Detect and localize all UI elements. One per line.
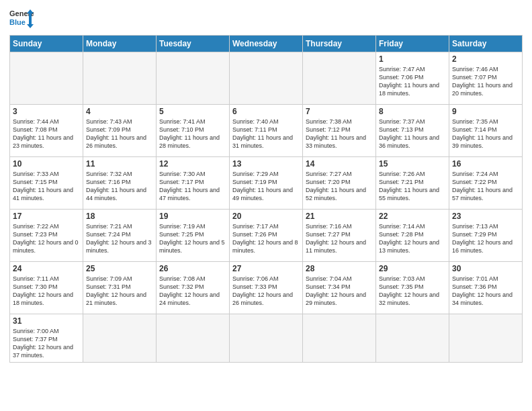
calendar-cell xyxy=(376,314,449,363)
day-number: 1 xyxy=(379,54,446,64)
day-info: Sunrise: 7:32 AM Sunset: 7:16 PM Dayligh… xyxy=(86,170,153,203)
calendar-cell: 21Sunrise: 7:16 AM Sunset: 7:27 PM Dayli… xyxy=(303,210,376,262)
calendar-cell: 9Sunrise: 7:35 AM Sunset: 7:14 PM Daylig… xyxy=(449,105,523,157)
day-number: 9 xyxy=(452,107,519,116)
day-info: Sunrise: 7:29 AM Sunset: 7:19 PM Dayligh… xyxy=(232,170,300,203)
logo-icon: General Blue xyxy=(9,7,34,31)
day-number: 28 xyxy=(306,264,373,273)
calendar-cell: 17Sunrise: 7:22 AM Sunset: 7:23 PM Dayli… xyxy=(10,210,83,262)
day-info: Sunrise: 7:01 AM Sunset: 7:36 PM Dayligh… xyxy=(452,275,519,308)
day-info: Sunrise: 7:19 AM Sunset: 7:25 PM Dayligh… xyxy=(159,222,226,255)
day-info: Sunrise: 7:30 AM Sunset: 7:17 PM Dayligh… xyxy=(159,170,226,203)
col-header-sunday: Sunday xyxy=(10,36,83,52)
day-number: 16 xyxy=(452,159,519,169)
calendar-cell xyxy=(83,52,157,105)
day-number: 15 xyxy=(379,159,446,169)
calendar-cell: 11Sunrise: 7:32 AM Sunset: 7:16 PM Dayli… xyxy=(83,157,157,210)
day-info: Sunrise: 7:09 AM Sunset: 7:31 PM Dayligh… xyxy=(86,275,153,308)
day-info: Sunrise: 7:11 AM Sunset: 7:30 PM Dayligh… xyxy=(13,275,80,308)
day-number: 17 xyxy=(13,212,80,221)
calendar-cell: 20Sunrise: 7:17 AM Sunset: 7:26 PM Dayli… xyxy=(230,210,303,262)
logo-container: General Blue xyxy=(9,7,34,31)
calendar-cell: 19Sunrise: 7:19 AM Sunset: 7:25 PM Dayli… xyxy=(157,210,230,262)
day-number: 25 xyxy=(86,264,153,273)
day-info: Sunrise: 7:21 AM Sunset: 7:24 PM Dayligh… xyxy=(86,222,153,255)
col-header-monday: Monday xyxy=(83,36,157,52)
week-row-5: 24Sunrise: 7:11 AM Sunset: 7:30 PM Dayli… xyxy=(10,262,523,314)
calendar-cell: 22Sunrise: 7:14 AM Sunset: 7:28 PM Dayli… xyxy=(376,210,449,262)
day-number: 12 xyxy=(159,159,226,169)
day-info: Sunrise: 7:24 AM Sunset: 7:22 PM Dayligh… xyxy=(452,170,519,203)
day-number: 27 xyxy=(232,264,300,273)
header: General Blue xyxy=(9,7,523,31)
calendar-cell: 13Sunrise: 7:29 AM Sunset: 7:19 PM Dayli… xyxy=(230,157,303,210)
day-number: 5 xyxy=(159,107,226,116)
day-number: 2 xyxy=(452,54,519,64)
day-info: Sunrise: 7:33 AM Sunset: 7:15 PM Dayligh… xyxy=(13,170,80,203)
day-info: Sunrise: 7:17 AM Sunset: 7:26 PM Dayligh… xyxy=(232,222,300,255)
calendar-cell: 18Sunrise: 7:21 AM Sunset: 7:24 PM Dayli… xyxy=(83,210,157,262)
day-number: 31 xyxy=(13,316,80,326)
calendar-cell: 29Sunrise: 7:03 AM Sunset: 7:35 PM Dayli… xyxy=(376,262,449,314)
calendar-cell: 3Sunrise: 7:44 AM Sunset: 7:08 PM Daylig… xyxy=(10,105,83,157)
calendar-cell: 6Sunrise: 7:40 AM Sunset: 7:11 PM Daylig… xyxy=(230,105,303,157)
day-number: 13 xyxy=(232,159,300,169)
day-info: Sunrise: 7:43 AM Sunset: 7:09 PM Dayligh… xyxy=(86,118,153,150)
day-number: 7 xyxy=(306,107,373,116)
col-header-thursday: Thursday xyxy=(303,36,376,52)
day-info: Sunrise: 7:47 AM Sunset: 7:06 PM Dayligh… xyxy=(379,65,446,98)
header-row: SundayMondayTuesdayWednesdayThursdayFrid… xyxy=(10,36,523,52)
calendar-cell: 28Sunrise: 7:04 AM Sunset: 7:34 PM Dayli… xyxy=(303,262,376,314)
calendar-cell xyxy=(157,52,230,105)
day-number: 24 xyxy=(13,264,80,273)
calendar-cell: 4Sunrise: 7:43 AM Sunset: 7:09 PM Daylig… xyxy=(83,105,157,157)
week-row-4: 17Sunrise: 7:22 AM Sunset: 7:23 PM Dayli… xyxy=(10,210,523,262)
day-number: 23 xyxy=(452,212,519,221)
svg-marker-2 xyxy=(27,9,34,28)
col-header-friday: Friday xyxy=(376,36,449,52)
week-row-2: 3Sunrise: 7:44 AM Sunset: 7:08 PM Daylig… xyxy=(10,105,523,157)
calendar-cell: 5Sunrise: 7:41 AM Sunset: 7:10 PM Daylig… xyxy=(157,105,230,157)
calendar-cell: 27Sunrise: 7:06 AM Sunset: 7:33 PM Dayli… xyxy=(230,262,303,314)
day-info: Sunrise: 7:26 AM Sunset: 7:21 PM Dayligh… xyxy=(379,170,446,203)
calendar-cell xyxy=(230,52,303,105)
day-number: 30 xyxy=(452,264,519,273)
day-number: 4 xyxy=(86,107,153,116)
calendar-cell: 8Sunrise: 7:37 AM Sunset: 7:13 PM Daylig… xyxy=(376,105,449,157)
day-info: Sunrise: 7:38 AM Sunset: 7:12 PM Dayligh… xyxy=(306,118,373,150)
day-info: Sunrise: 7:35 AM Sunset: 7:14 PM Dayligh… xyxy=(452,118,519,150)
calendar-cell: 31Sunrise: 7:00 AM Sunset: 7:37 PM Dayli… xyxy=(10,314,83,363)
day-number: 19 xyxy=(159,212,226,221)
day-info: Sunrise: 7:41 AM Sunset: 7:10 PM Dayligh… xyxy=(159,118,226,150)
day-info: Sunrise: 7:13 AM Sunset: 7:29 PM Dayligh… xyxy=(452,222,519,255)
calendar-cell xyxy=(303,314,376,363)
logo: General Blue xyxy=(9,7,34,31)
day-number: 21 xyxy=(306,212,373,221)
day-number: 18 xyxy=(86,212,153,221)
day-info: Sunrise: 7:04 AM Sunset: 7:34 PM Dayligh… xyxy=(306,275,373,308)
week-row-6: 31Sunrise: 7:00 AM Sunset: 7:37 PM Dayli… xyxy=(10,314,523,363)
day-info: Sunrise: 7:22 AM Sunset: 7:23 PM Dayligh… xyxy=(13,222,80,255)
calendar-table: SundayMondayTuesdayWednesdayThursdayFrid… xyxy=(9,35,523,363)
calendar-cell xyxy=(303,52,376,105)
calendar-cell: 12Sunrise: 7:30 AM Sunset: 7:17 PM Dayli… xyxy=(157,157,230,210)
day-number: 29 xyxy=(379,264,446,273)
day-number: 10 xyxy=(13,159,80,169)
calendar-cell: 1Sunrise: 7:47 AM Sunset: 7:06 PM Daylig… xyxy=(376,52,449,105)
calendar-cell xyxy=(449,314,523,363)
day-info: Sunrise: 7:40 AM Sunset: 7:11 PM Dayligh… xyxy=(232,118,300,150)
calendar-cell: 25Sunrise: 7:09 AM Sunset: 7:31 PM Dayli… xyxy=(83,262,157,314)
day-info: Sunrise: 7:06 AM Sunset: 7:33 PM Dayligh… xyxy=(232,275,300,308)
day-number: 8 xyxy=(379,107,446,116)
day-info: Sunrise: 7:00 AM Sunset: 7:37 PM Dayligh… xyxy=(13,327,80,360)
day-number: 14 xyxy=(306,159,373,169)
calendar-cell xyxy=(157,314,230,363)
day-number: 20 xyxy=(232,212,300,221)
day-info: Sunrise: 7:27 AM Sunset: 7:20 PM Dayligh… xyxy=(306,170,373,203)
col-header-saturday: Saturday xyxy=(449,36,523,52)
week-row-1: 1Sunrise: 7:47 AM Sunset: 7:06 PM Daylig… xyxy=(10,52,523,105)
day-number: 22 xyxy=(379,212,446,221)
day-number: 3 xyxy=(13,107,80,116)
calendar-cell xyxy=(10,52,83,105)
calendar-cell: 26Sunrise: 7:08 AM Sunset: 7:32 PM Dayli… xyxy=(157,262,230,314)
